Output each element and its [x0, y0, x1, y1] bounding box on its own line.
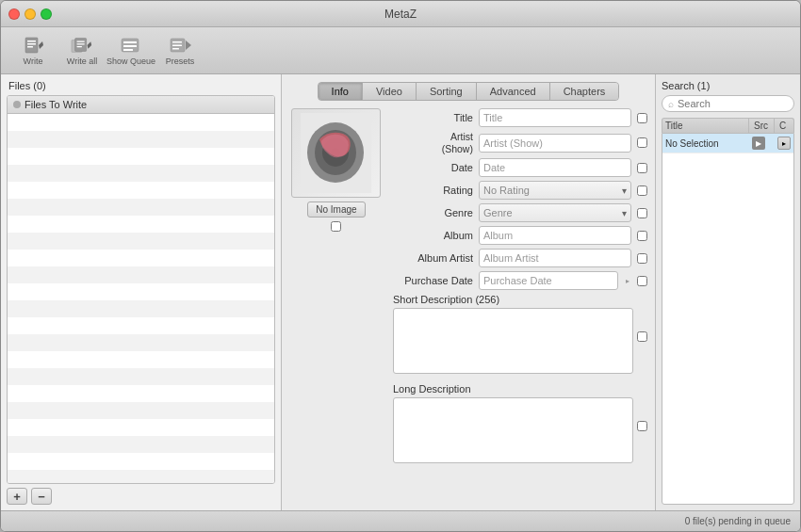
- status-text: 0 file(s) pending in queue: [685, 516, 791, 526]
- file-row: [8, 165, 274, 182]
- tab-sorting[interactable]: Sorting: [417, 83, 477, 100]
- search-results-body: No Selection ▶ ▸: [662, 133, 794, 505]
- date-row: Date: [393, 158, 647, 177]
- minimize-button[interactable]: [25, 8, 36, 20]
- artist-row: Artist(Show): [393, 131, 647, 154]
- title-checkbox[interactable]: [637, 113, 647, 123]
- remove-file-button[interactable]: −: [31, 488, 52, 505]
- presets-label: Presets: [166, 56, 195, 66]
- tab-advanced[interactable]: Advanced: [477, 83, 550, 100]
- search-input[interactable]: [678, 98, 788, 109]
- files-panel: Files (0) Files To Write: [1, 74, 282, 510]
- file-row: [8, 368, 274, 385]
- add-file-button[interactable]: +: [7, 488, 27, 505]
- album-artist-input[interactable]: [479, 249, 631, 267]
- no-image-button[interactable]: No Image: [307, 202, 365, 218]
- artist-input[interactable]: [479, 134, 631, 153]
- album-input[interactable]: [479, 226, 631, 245]
- titlebar: MetaZ: [1, 1, 800, 27]
- presets-button[interactable]: Presets: [157, 32, 203, 70]
- write-label: Write: [24, 56, 43, 66]
- file-row: [8, 470, 274, 484]
- close-button[interactable]: [8, 8, 20, 20]
- sr-col-src: Src: [751, 119, 775, 133]
- writeall-icon: [71, 36, 93, 55]
- title-row: Title: [393, 108, 647, 127]
- main-window: MetaZ Write: [0, 0, 801, 532]
- search-box: ⌕: [662, 95, 794, 112]
- long-desc-main: Long Description: [393, 383, 633, 463]
- svg-rect-0: [25, 38, 38, 53]
- short-desc-textarea[interactable]: [393, 308, 633, 374]
- purchase-date-checkbox[interactable]: [637, 276, 647, 286]
- short-desc-checkbox[interactable]: [637, 331, 647, 342]
- search-result-src: ▶: [752, 137, 776, 150]
- artwork-checkbox[interactable]: [331, 221, 341, 232]
- artwork-section: No Image: [289, 108, 384, 503]
- album-checkbox[interactable]: [637, 231, 647, 241]
- tab-chapters[interactable]: Chapters: [550, 83, 619, 100]
- title-input[interactable]: [479, 108, 631, 127]
- svg-marker-4: [39, 41, 43, 49]
- content-area: Info Video Sorting Advanced Chapters: [282, 74, 655, 510]
- purchase-date-row: Purchase Date ▸: [393, 271, 647, 290]
- purchase-date-arrow: ▸: [624, 277, 631, 285]
- genre-row: Genre Genre: [393, 203, 647, 222]
- writeall-button[interactable]: Write all: [59, 32, 105, 70]
- artwork-image: [301, 113, 371, 193]
- long-desc-textarea[interactable]: [393, 397, 633, 463]
- album-artist-checkbox[interactable]: [637, 253, 647, 264]
- genre-select-wrapper: Genre: [479, 203, 631, 222]
- long-desc-checkbox[interactable]: [637, 421, 647, 431]
- date-input[interactable]: [479, 158, 631, 177]
- showqueue-button[interactable]: Show Queue: [108, 32, 154, 70]
- tab-video[interactable]: Video: [363, 83, 417, 100]
- long-desc-row: Long Description: [393, 383, 647, 463]
- svg-rect-9: [76, 45, 82, 46]
- genre-checkbox[interactable]: [637, 208, 647, 218]
- files-list-header: Files To Write: [8, 96, 274, 114]
- svg-rect-8: [76, 43, 84, 44]
- showqueue-label: Show Queue: [106, 56, 155, 66]
- file-row: [8, 334, 274, 351]
- info-panel: No Image Title Artist(Show): [289, 108, 647, 503]
- file-row: [8, 114, 274, 131]
- file-row: [8, 419, 274, 436]
- file-row: [8, 233, 274, 250]
- title-label: Title: [393, 112, 473, 123]
- rating-select[interactable]: No Rating 1 Star 2 Stars 3 Stars 4 Stars…: [479, 181, 631, 200]
- file-row: [8, 283, 274, 300]
- fields-area: Title Artist(Show) Date: [393, 108, 647, 503]
- svg-rect-19: [172, 48, 179, 50]
- artist-checkbox[interactable]: [637, 137, 647, 148]
- main-content: Files (0) Files To Write: [1, 74, 800, 510]
- svg-rect-2: [27, 43, 36, 45]
- bullet-icon: [13, 101, 21, 108]
- short-desc-row: Short Description (256): [393, 294, 647, 374]
- artwork-box[interactable]: [291, 108, 381, 198]
- rating-checkbox[interactable]: [637, 185, 647, 196]
- maximize-button[interactable]: [41, 8, 52, 20]
- file-row: [8, 436, 274, 453]
- purchase-date-input[interactable]: [479, 271, 618, 290]
- toolbar: Write Write all: [1, 27, 800, 74]
- file-row: [8, 216, 274, 233]
- files-panel-header: Files (0): [7, 80, 275, 91]
- tab-info[interactable]: Info: [319, 83, 363, 100]
- artist-label: Artist(Show): [393, 131, 473, 154]
- genre-label: Genre: [393, 207, 473, 218]
- search-results-header: Title Src C: [662, 118, 794, 133]
- search-icon: ⌕: [668, 99, 674, 109]
- album-row: Album: [393, 226, 647, 245]
- date-checkbox[interactable]: [637, 163, 647, 173]
- genre-select[interactable]: Genre: [479, 203, 631, 222]
- svg-rect-14: [123, 49, 133, 51]
- search-result-row[interactable]: No Selection ▶ ▸: [662, 134, 793, 153]
- write-button[interactable]: Write: [10, 32, 56, 70]
- files-list-title: Files To Write: [25, 99, 87, 110]
- svg-marker-10: [88, 41, 92, 48]
- search-result-btn[interactable]: ▸: [777, 137, 791, 150]
- album-artist-label: Album Artist: [393, 252, 473, 264]
- showqueue-icon: [120, 36, 142, 55]
- file-row: [8, 300, 274, 317]
